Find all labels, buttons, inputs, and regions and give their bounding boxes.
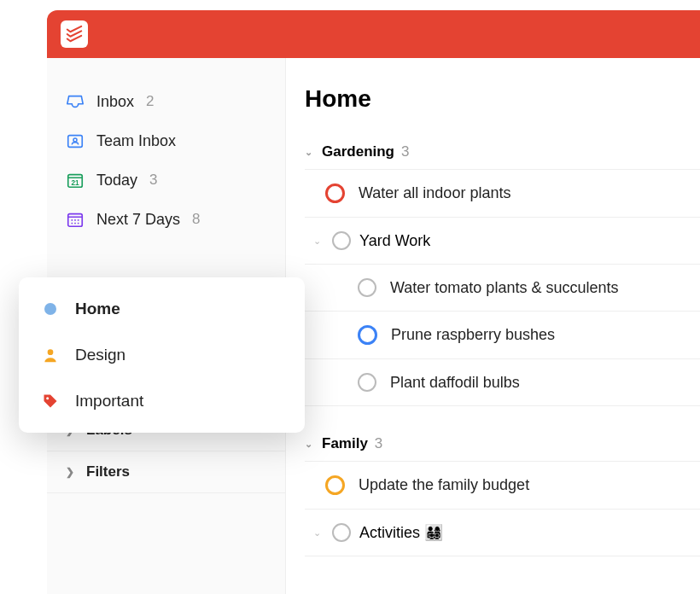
section-name: Family bbox=[322, 435, 368, 452]
task-text: Prune raspberry bushes bbox=[391, 326, 700, 344]
main-content: Home ⌄ Gardening 3 Water all indoor plan… bbox=[286, 58, 700, 594]
task-text: Activities 👨‍👩‍👧‍👦 bbox=[359, 523, 700, 542]
favorite-label: Home bbox=[75, 300, 120, 318]
svg-point-8 bbox=[74, 219, 76, 221]
svg-point-9 bbox=[78, 219, 79, 221]
chevron-right-icon: ❯ bbox=[66, 466, 76, 478]
category-label: Filters bbox=[86, 463, 130, 480]
section-count: 3 bbox=[401, 143, 409, 160]
task-text: Update the family budget bbox=[359, 476, 700, 494]
task-row[interactable]: Prune raspberry bushes bbox=[305, 312, 700, 359]
favorites-popover: Home Design Important bbox=[19, 277, 305, 433]
task-checkbox[interactable] bbox=[325, 183, 345, 203]
topbar bbox=[47, 10, 700, 58]
task-text: Water all indoor plants bbox=[359, 184, 700, 202]
favorite-label: Important bbox=[75, 392, 143, 411]
nav-count: 3 bbox=[149, 172, 157, 189]
svg-point-7 bbox=[71, 219, 73, 221]
app-logo[interactable] bbox=[61, 20, 88, 48]
nav-count: 8 bbox=[192, 211, 200, 228]
calendar-today-icon: 21 bbox=[66, 171, 85, 189]
favorite-item-home[interactable]: Home bbox=[19, 286, 305, 332]
task-checkbox[interactable] bbox=[332, 231, 351, 250]
nav-label: Inbox bbox=[96, 93, 134, 111]
svg-point-11 bbox=[74, 223, 76, 224]
task-text: Yard Work bbox=[359, 232, 700, 250]
calendar-week-icon bbox=[66, 210, 85, 229]
section-header-gardening[interactable]: ⌄ Gardening 3 bbox=[305, 137, 700, 170]
task-row-parent[interactable]: ⌄ Yard Work bbox=[305, 218, 700, 265]
person-icon bbox=[41, 346, 60, 364]
nav-label: Today bbox=[96, 172, 137, 189]
chevron-down-icon: ⌄ bbox=[313, 527, 324, 539]
chevron-down-icon: ⌄ bbox=[305, 147, 315, 158]
nav-team-inbox[interactable]: Team Inbox bbox=[47, 121, 285, 160]
svg-point-13 bbox=[48, 349, 54, 355]
favorite-label: Design bbox=[75, 346, 125, 364]
svg-point-12 bbox=[78, 223, 79, 224]
svg-point-10 bbox=[71, 223, 73, 224]
team-inbox-icon bbox=[66, 131, 85, 150]
favorite-item-important[interactable]: Important bbox=[19, 378, 305, 424]
sidebar-category-filters[interactable]: ❯ Filters bbox=[47, 451, 285, 493]
task-row[interactable]: Plant daffodil bulbs bbox=[305, 359, 700, 406]
svg-text:21: 21 bbox=[71, 179, 79, 187]
nav-next7[interactable]: Next 7 Days 8 bbox=[47, 200, 285, 239]
task-row[interactable]: Water tomato plants & succulents bbox=[305, 265, 700, 312]
task-row-parent[interactable]: ⌄ Activities 👨‍👩‍👧‍👦 bbox=[305, 510, 700, 556]
nav-label: Next 7 Days bbox=[96, 211, 180, 229]
chevron-down-icon: ⌄ bbox=[305, 439, 315, 450]
svg-point-1 bbox=[73, 138, 77, 142]
tag-icon bbox=[41, 393, 60, 410]
todoist-logo-icon bbox=[65, 25, 84, 44]
inbox-icon bbox=[66, 92, 85, 111]
section-count: 3 bbox=[375, 435, 382, 452]
chevron-down-icon: ⌄ bbox=[313, 236, 324, 247]
dot-icon bbox=[41, 303, 60, 315]
nav-inbox[interactable]: Inbox 2 bbox=[47, 82, 285, 121]
task-checkbox[interactable] bbox=[358, 373, 376, 392]
task-checkbox[interactable] bbox=[358, 278, 376, 297]
nav-today[interactable]: 21 Today 3 bbox=[47, 160, 285, 200]
family-emoji: 👨‍👩‍👧‍👦 bbox=[424, 524, 443, 541]
page-title: Home bbox=[305, 85, 700, 113]
task-text: Plant daffodil bulbs bbox=[390, 374, 700, 392]
section-name: Gardening bbox=[322, 143, 394, 160]
nav-label: Team Inbox bbox=[96, 132, 176, 150]
section-header-family[interactable]: ⌄ Family 3 bbox=[305, 428, 700, 462]
svg-point-14 bbox=[46, 397, 49, 399]
task-checkbox[interactable] bbox=[358, 325, 377, 345]
task-checkbox[interactable] bbox=[325, 475, 345, 495]
task-checkbox[interactable] bbox=[332, 523, 351, 542]
task-row[interactable]: Update the family budget bbox=[305, 462, 700, 510]
favorite-item-design[interactable]: Design bbox=[19, 332, 305, 378]
task-text: Water tomato plants & succulents bbox=[390, 279, 700, 297]
task-row[interactable]: Water all indoor plants bbox=[305, 170, 700, 218]
nav-count: 2 bbox=[146, 93, 154, 110]
